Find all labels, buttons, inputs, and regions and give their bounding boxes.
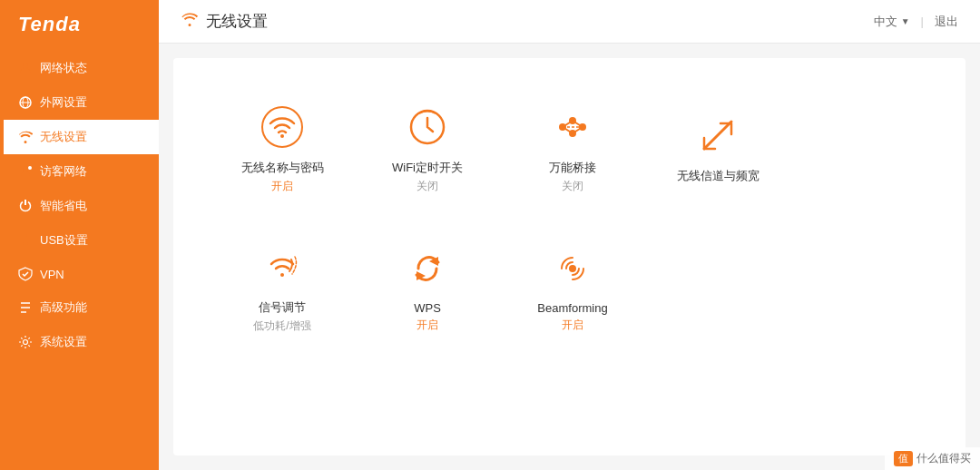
tile-wifi-timer[interactable]: WiFi定时开关 关闭 — [355, 85, 500, 207]
sidebar-item-label: 外网设置 — [40, 94, 87, 111]
sidebar-item-vpn[interactable]: VPN — [0, 258, 159, 290]
tile-name: 信号调节 — [259, 299, 306, 316]
svg-point-9 — [24, 340, 28, 345]
watermark-text: 什么值得买 — [916, 451, 971, 466]
svg-rect-8 — [23, 242, 28, 245]
tile-name: 无线信道与频宽 — [677, 168, 760, 184]
tile-signal-adjust[interactable]: 信号调节 低功耗/增强 — [210, 225, 355, 347]
svg-point-4 — [24, 167, 28, 171]
sidebar-item-label: 无线设置 — [40, 129, 87, 145]
sidebar-item-label: USB设置 — [40, 232, 88, 249]
wifi-title-icon — [181, 10, 199, 33]
page-title-area: 无线设置 — [181, 10, 268, 33]
feature-row-2: 信号调节 低功耗/增强 WPS 开启 — [210, 225, 929, 347]
tile-status: 开启 — [416, 318, 438, 333]
svg-point-10 — [262, 107, 302, 147]
beamforming-icon — [549, 245, 596, 292]
tile-status: 开启 — [562, 318, 583, 333]
usb-icon — [18, 233, 33, 248]
topbar: 无线设置 中文 ▼ | 退出 — [159, 0, 980, 44]
sidebar-item-label: 智能省电 — [40, 198, 87, 214]
power-icon — [18, 199, 33, 213]
page-title: 无线设置 — [206, 11, 268, 32]
lang-label: 中文 — [874, 14, 897, 30]
sidebar-item-label: 系统设置 — [40, 334, 87, 350]
tile-name: WiFi定时开关 — [392, 160, 463, 176]
tile-name: Beamforming — [537, 301, 607, 315]
sidebar-nav: 网络状态 外网设置 无线设置 访客网络 智能省电 — [0, 51, 159, 359]
sidebar: Tenda 网络状态 外网设置 无线设置 访客网络 — [0, 0, 159, 470]
svg-rect-6 — [24, 234, 27, 237]
main-area: 无线设置 中文 ▼ | 退出 — [159, 0, 980, 470]
guest-icon — [18, 164, 33, 179]
svg-point-23 — [569, 265, 576, 272]
tile-status: 开启 — [271, 179, 293, 194]
watermark: 值 什么值得买 — [885, 447, 980, 470]
globe-icon — [18, 95, 33, 110]
svg-point-0 — [23, 63, 28, 68]
feature-row-1: 无线名称与密码 开启 WiFi定时开关 关闭 — [210, 85, 929, 207]
sidebar-item-network-status[interactable]: 网络状态 — [0, 51, 159, 85]
system-icon — [18, 335, 33, 349]
sidebar-item-usb[interactable]: USB设置 — [0, 223, 159, 258]
wifi-name-icon — [259, 103, 306, 151]
tile-universal-bridge[interactable]: 万能桥接 关闭 — [500, 85, 645, 207]
sidebar-item-advanced[interactable]: 高级功能 — [0, 290, 159, 325]
topbar-right: 中文 ▼ | 退出 — [874, 14, 958, 30]
content-area: 无线名称与密码 开启 WiFi定时开关 关闭 — [173, 58, 965, 455]
sidebar-item-wan-settings[interactable]: 外网设置 — [0, 85, 159, 120]
tile-name: 无线名称与密码 — [241, 160, 324, 176]
language-selector[interactable]: 中文 ▼ — [874, 14, 910, 30]
sidebar-item-label: VPN — [40, 268, 64, 281]
tile-beamforming[interactable]: Beamforming 开启 — [500, 225, 645, 347]
tile-name: 万能桥接 — [549, 160, 596, 176]
logout-button[interactable]: 退出 — [935, 14, 958, 30]
tile-channel-bandwidth[interactable]: 无线信道与频宽 — [645, 85, 790, 207]
logo: Tenda — [0, 0, 159, 47]
channel-icon — [694, 112, 741, 159]
sidebar-item-smart-power[interactable]: 智能省电 — [0, 189, 159, 223]
tile-status: 关闭 — [416, 179, 438, 194]
sidebar-item-system[interactable]: 系统设置 — [0, 325, 159, 359]
wps-icon — [404, 245, 451, 292]
tile-wifi-name-pwd[interactable]: 无线名称与密码 开启 — [210, 85, 355, 207]
watermark-badge: 值 — [894, 451, 913, 466]
sidebar-item-label: 网络状态 — [40, 60, 87, 76]
advanced-icon — [18, 300, 33, 315]
wifi-timer-icon — [404, 103, 451, 151]
tile-name: WPS — [414, 301, 441, 315]
tile-wps[interactable]: WPS 开启 — [355, 225, 500, 347]
person-icon — [18, 61, 33, 75]
chevron-down-icon: ▼ — [901, 16, 910, 26]
sidebar-item-label: 高级功能 — [40, 299, 87, 316]
signal-icon — [259, 243, 306, 290]
sidebar-item-wireless[interactable]: 无线设置 — [0, 120, 159, 154]
tile-status: 关闭 — [562, 179, 583, 194]
tile-status: 低功耗/增强 — [253, 318, 310, 334]
svg-point-5 — [28, 166, 32, 170]
vpn-icon — [18, 267, 33, 281]
bridge-icon — [549, 103, 596, 151]
feature-grid: 无线名称与密码 开启 WiFi定时开关 关闭 — [210, 85, 929, 347]
sidebar-item-label: 访客网络 — [40, 163, 87, 180]
divider: | — [921, 15, 924, 28]
sidebar-item-guest[interactable]: 访客网络 — [0, 154, 159, 189]
wifi-icon — [18, 130, 33, 144]
